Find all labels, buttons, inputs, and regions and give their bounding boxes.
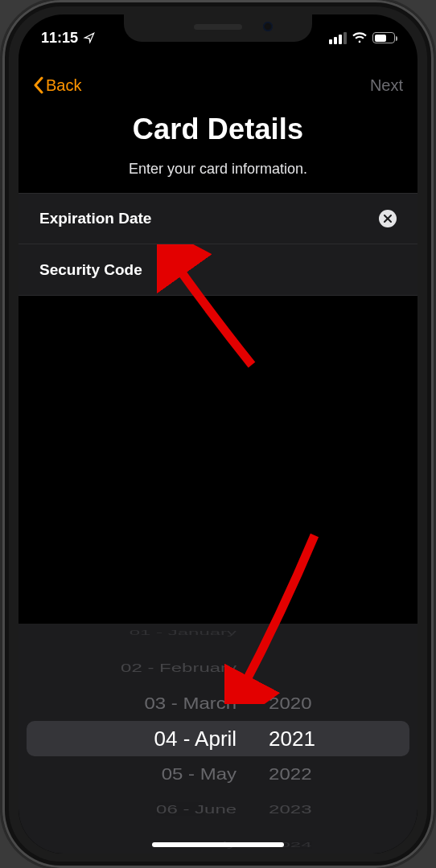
home-indicator[interactable] xyxy=(152,842,284,847)
page-subtitle: Enter your card information. xyxy=(19,161,417,178)
year-picker-wheel[interactable]: 2020 2021 2022 2023 2024 xyxy=(269,624,315,854)
screen: 11:15 Back xyxy=(19,14,417,854)
picker-option: 2020 xyxy=(269,688,311,718)
mute-switch xyxy=(0,139,2,169)
back-label: Back xyxy=(46,76,81,95)
nav-bar: Back Next xyxy=(19,63,417,108)
front-camera xyxy=(263,22,273,31)
notch xyxy=(124,14,312,42)
date-picker: 01 - January 02 - February 03 - March 04… xyxy=(19,624,417,854)
form: Expiration Date Security Code xyxy=(19,193,417,296)
picker-option: 03 - March xyxy=(144,688,237,718)
picker-option xyxy=(269,626,274,638)
picker-option: 02 - February xyxy=(121,657,237,678)
picker-option: 2023 xyxy=(269,799,311,820)
expiration-date-label: Expiration Date xyxy=(39,210,151,227)
header: Card Details Enter your card information… xyxy=(19,113,417,178)
phone-frame: 11:15 Back xyxy=(2,0,434,868)
next-button[interactable]: Next xyxy=(370,76,403,95)
month-picker-wheel[interactable]: 01 - January 02 - February 03 - March 04… xyxy=(121,624,237,854)
battery-icon xyxy=(372,32,395,43)
picker-option-selected: 04 - April xyxy=(154,721,237,756)
volume-up-button xyxy=(0,189,2,245)
chevron-left-icon xyxy=(33,76,44,94)
picker-option-selected: 2021 xyxy=(269,721,315,756)
next-label: Next xyxy=(370,76,403,94)
clear-button[interactable] xyxy=(379,210,397,227)
close-icon xyxy=(384,215,392,223)
picker-option: 06 - June xyxy=(156,799,237,820)
picker-option xyxy=(269,657,274,678)
location-icon xyxy=(83,31,96,44)
cellular-signal-icon xyxy=(329,32,347,44)
security-code-label: Security Code xyxy=(39,261,142,279)
back-button[interactable]: Back xyxy=(33,76,81,95)
picker-option: 2022 xyxy=(269,759,311,788)
page-title: Card Details xyxy=(19,113,417,146)
wifi-icon xyxy=(352,31,368,44)
speaker-grille xyxy=(194,24,242,30)
expiration-date-row[interactable]: Expiration Date xyxy=(19,193,417,244)
volume-down-button xyxy=(0,257,2,313)
picker-option: 05 - May xyxy=(162,759,237,788)
security-code-row[interactable]: Security Code xyxy=(19,244,417,296)
status-time: 11:15 xyxy=(41,30,78,47)
picker-option: 01 - January xyxy=(130,626,237,638)
